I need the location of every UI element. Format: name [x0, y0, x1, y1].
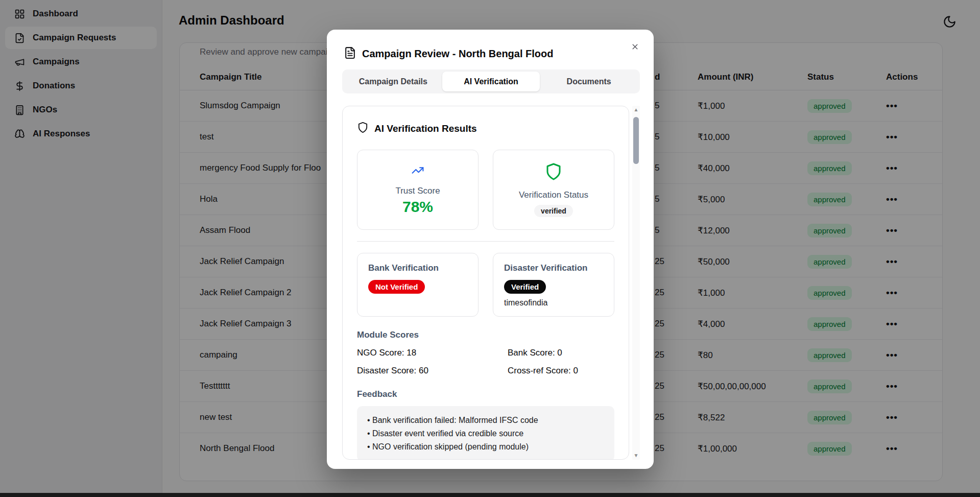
module-score-item: Cross-ref Score: 0 [508, 366, 614, 376]
feedback-item: NGO verification skipped (pending module… [367, 440, 604, 454]
section-title: AI Verification Results [374, 123, 477, 134]
score-cards-row: Trust Score 78% Verification Status veri… [357, 150, 614, 230]
modal-tabs: Campaign Details AI Verification Documen… [342, 69, 640, 93]
trust-score-card: Trust Score 78% [357, 150, 479, 230]
scroll-down-arrow[interactable]: ▼ [632, 452, 640, 460]
section-header: AI Verification Results [357, 122, 614, 136]
admin-dashboard-app: Dashboard Campaign Requests Campaigns Do… [0, 0, 980, 497]
tab-campaign-details[interactable]: Campaign Details [344, 72, 442, 91]
module-scores-heading: Module Scores [357, 330, 614, 340]
disaster-verification-card: Disaster Verification Verified timesofin… [493, 253, 614, 317]
verification-status-label: Verification Status [519, 190, 588, 200]
verification-source: timesofindia [504, 298, 603, 307]
file-text-icon [344, 46, 356, 61]
feedback-item: Bank verification failed: Malformed IFSC… [367, 414, 604, 427]
shield-icon [357, 122, 369, 136]
feedback-box: Bank verification failed: Malformed IFSC… [357, 406, 614, 460]
not-verified-badge: Not Verified [368, 280, 425, 294]
feedback-item: Disaster event verified via credible sou… [367, 427, 604, 440]
tab-documents[interactable]: Documents [540, 72, 638, 91]
module-score-item: Disaster Score: 60 [357, 366, 508, 376]
scroll-up-arrow[interactable]: ▲ [632, 106, 640, 114]
verification-cards-row: Bank Verification Not Verified Disaster … [357, 253, 614, 317]
verification-status-card: Verification Status verified [493, 150, 614, 230]
module-score-item: NGO Score: 18 [357, 348, 508, 358]
verified-badge: Verified [504, 280, 546, 294]
panel-scrollbar[interactable]: ▲ ▼ [632, 106, 640, 460]
close-button[interactable] [628, 41, 641, 54]
section-divider [357, 241, 614, 242]
scrollbar-thumb[interactable] [633, 117, 639, 164]
campaign-review-modal: Campaign Review - North Bengal Flood Cam… [327, 30, 654, 469]
trust-score-value: 78% [402, 198, 433, 216]
modal-title: Campaign Review - North Bengal Flood [362, 48, 553, 60]
module-scores-grid: NGO Score: 18 Bank Score: 0 Disaster Sco… [357, 348, 614, 376]
shield-icon [544, 162, 563, 183]
verified-badge: verified [534, 205, 573, 217]
tab-ai-verification[interactable]: AI Verification [442, 72, 540, 91]
modal-header: Campaign Review - North Bengal Flood [344, 46, 553, 61]
trust-score-label: Trust Score [395, 186, 440, 196]
bank-verification-card: Bank Verification Not Verified [357, 253, 479, 317]
bank-verification-label: Bank Verification [368, 263, 467, 273]
disaster-verification-label: Disaster Verification [504, 263, 603, 273]
close-icon [631, 45, 639, 53]
feedback-heading: Feedback [357, 389, 614, 399]
trending-up-icon [409, 164, 427, 179]
ai-verification-panel: AI Verification Results Trust Score 78% [342, 106, 629, 460]
module-score-item: Bank Score: 0 [508, 348, 614, 358]
